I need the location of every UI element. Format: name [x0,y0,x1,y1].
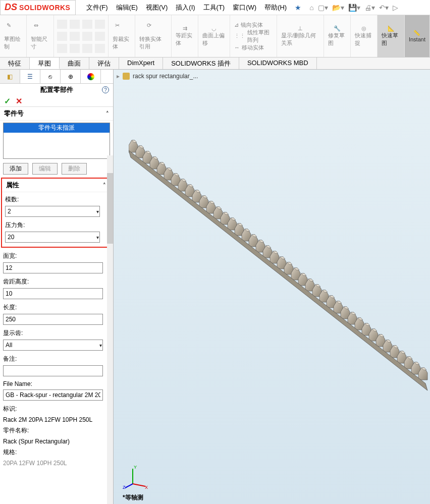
line-icon[interactable] [57,20,67,29]
ribbon-trim[interactable]: ✂剪裁实体 [109,15,135,57]
partname-value: Rack (Spur Rectangular) [0,436,113,445]
spec-label: 规格: [0,445,113,458]
tab-mbd[interactable]: SOLIDWORKS MBD [239,58,317,69]
pin-icon[interactable]: ★ [295,4,301,12]
showteeth-select[interactable]: All [3,340,103,351]
property-manager: ◧ ☰ ⎋ ⊕ 配置零部件 ? ✓ ✕ 零件号 ˄ 零件号未指派 添加 编辑 删… [0,70,114,504]
remarks-label: 备注: [0,352,113,364]
ribbon-convert[interactable]: ⟳转换实体引用 [135,15,172,57]
home-icon[interactable]: ⌂ [309,4,313,12]
undo-icon[interactable]: ↶▾ [379,4,389,12]
ribbon-offset[interactable]: ⇉等距实体 [172,15,198,57]
tab-feature[interactable]: 特征 [0,58,30,69]
ribbon-smartdim-label: 智能尺寸 [31,35,49,50]
ribbon-repair[interactable]: 🔧修复草图 [324,15,351,57]
ribbon-relations[interactable]: ⊥显示/删除几何关系 [277,15,324,57]
rect-icon[interactable] [57,32,67,41]
partno-buttons: 添加 编辑 删除 [0,161,113,177]
new-icon[interactable]: ▢▾ [318,4,328,12]
edit-button[interactable]: 编辑 [32,163,58,175]
move-icon: ↔ [234,44,240,50]
slot-icon[interactable] [95,20,105,29]
menu-tools[interactable]: 工具(T) [200,2,228,13]
filename-input[interactable] [3,389,103,401]
spline-icon[interactable] [82,20,92,29]
pm-tabs: ◧ ☰ ⎋ ⊕ [0,70,113,84]
ok-button[interactable]: ✓ [4,96,11,106]
partno-item-selected[interactable]: 零件号未指派 [4,123,110,133]
trim-icon: ✂ [115,22,128,35]
modulus-select[interactable]: 2 [5,206,100,217]
poly-icon[interactable] [82,32,92,41]
quick-access-toolbar: ⌂ ▢▾ 📂▾ 💾▾ 🖨▾ ↶▾ ▷ [309,4,398,12]
rack-model [129,135,430,418]
menu-file[interactable]: 文件(F) [83,2,111,13]
svg-line-87 [133,484,145,486]
ribbon-surface-label: 曲面上偏移 [202,32,226,47]
open-icon[interactable]: 📂▾ [332,4,344,12]
tab-evaluate[interactable]: 评估 [89,58,119,69]
breadcrumb-arrow-icon[interactable]: ▸ [117,73,120,80]
ribbon-pattern-group: ⊿镜向实体 ⋮⋮线性草图阵列 ↔移动实体 [230,15,277,57]
repair-icon: 🔧 [334,25,341,32]
menu-edit[interactable]: 编辑(E) [113,2,141,13]
pressure-select[interactable]: 20 [5,232,100,243]
pm-tab-appearance[interactable] [81,70,101,83]
remarks-input[interactable] [3,365,103,376]
ribbon-mirror[interactable]: ⊿镜向实体 [234,21,263,29]
help-icon[interactable]: ? [102,86,109,93]
logo-box: DS SOLIDWORKS [0,0,76,15]
partno-head-label: 零件号 [4,109,24,118]
pm-tab-config[interactable]: ⎋ [40,70,61,83]
graphics-viewport[interactable]: ▸ rack spur rectangular_... [114,70,430,504]
scrollbar-thumb[interactable] [107,173,113,244]
partno-list[interactable]: 零件号未指派 [3,123,110,159]
pm-tab-feature[interactable]: ◧ [0,70,20,83]
menu-window[interactable]: 窗口(W) [230,2,259,13]
save-icon[interactable]: 💾▾ [348,4,360,12]
point-icon[interactable] [57,44,67,53]
ellipse-icon[interactable] [95,32,105,41]
showteeth-label: 显示齿: [0,326,113,339]
menu-insert[interactable]: 插入(I) [173,2,198,13]
menu-view[interactable]: 视图(V) [143,2,171,13]
pm-tab-dimxpert[interactable]: ⊕ [61,70,81,83]
ribbon-sketch-label: 草图绘制 [4,35,22,50]
circle-icon[interactable] [70,20,80,29]
props-head[interactable]: 属性 ˄ [2,179,110,192]
length-input[interactable] [3,314,103,325]
ribbon-rapidsketch[interactable]: 📐快速草图 [378,15,404,57]
appearance-icon [87,73,94,80]
add-button[interactable]: 添加 [3,163,28,175]
orientation-triad[interactable]: Y X Z [123,464,148,489]
ribbon-linpattern[interactable]: ⋮⋮线性草图阵列 [234,29,273,44]
config-icon: ⎋ [48,73,52,80]
plane-icon[interactable] [82,44,92,53]
ribbon-sketch[interactable]: ✎ 草图绘制 [0,15,27,57]
ribbon-snaps[interactable]: ◎快速捕捉 [351,15,378,57]
view-label: *等轴测 [123,493,143,502]
partno-head[interactable]: 零件号 ˄ [0,107,113,121]
tab-surface[interactable]: 曲面 [60,58,89,69]
tab-sketch[interactable]: 草图 [30,58,60,69]
text-icon[interactable] [70,44,80,53]
print-icon[interactable]: 🖨▾ [364,4,375,12]
cancel-button[interactable]: ✕ [16,96,22,106]
side-scrollbar[interactable] [107,155,113,504]
ribbon-move[interactable]: ↔移动实体 [234,44,264,51]
tab-dimxpert[interactable]: DimXpert [119,58,163,69]
pitchheight-input[interactable] [3,288,103,299]
menu-help[interactable]: 帮助(H) [261,2,290,13]
instant-icon: 📏 [413,30,420,36]
ribbon-smartdim[interactable]: ⇔ 智能尺寸 [27,15,53,57]
select-icon[interactable]: ▷ [393,4,398,12]
centerline-icon[interactable] [95,44,105,53]
delete-button[interactable]: 删除 [62,163,87,175]
tab-addins[interactable]: SOLIDWORKS 插件 [163,58,239,69]
facewidth-input[interactable] [3,262,103,273]
breadcrumb-name[interactable]: rack spur rectangular_... [133,73,198,80]
pm-tab-property[interactable]: ☰ [20,70,40,83]
ribbon-instant[interactable]: 📏Instant [405,15,430,57]
ribbon-surface[interactable]: ◡曲面上偏移 [198,15,230,57]
arc-icon[interactable] [70,32,80,41]
